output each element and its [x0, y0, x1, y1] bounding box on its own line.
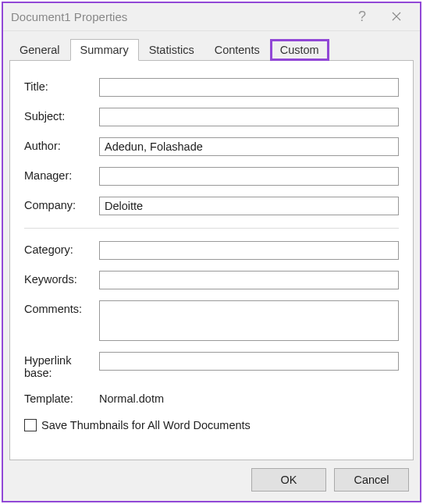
template-value: Normal.dotm: [99, 390, 164, 405]
content-area: General Summary Statistics Contents Cust…: [3, 31, 420, 501]
author-row: Author:: [24, 137, 399, 156]
hyperlink-row: Hyperlink base:: [24, 352, 399, 379]
author-input[interactable]: [99, 137, 399, 156]
subject-input[interactable]: [99, 108, 399, 126]
cancel-button[interactable]: Cancel: [334, 468, 409, 492]
button-bar: OK Cancel: [9, 460, 414, 495]
title-input[interactable]: [99, 78, 399, 97]
company-row: Company:: [24, 197, 399, 215]
save-thumbnails-label: Save Thumbnails for All Word Documents: [41, 419, 251, 431]
hyperlink-label: Hyperlink base:: [24, 352, 99, 379]
properties-dialog: Document1 Properties ? General Summary S…: [2, 2, 421, 502]
close-button[interactable]: [379, 5, 414, 30]
help-icon: ?: [358, 9, 366, 25]
summary-panel: Title: Subject: Author: Manager: Company…: [9, 60, 414, 460]
category-row: Category:: [24, 241, 399, 260]
save-thumbnails-row: Save Thumbnails for All Word Documents: [24, 419, 399, 431]
title-label: Title:: [24, 78, 99, 93]
category-input[interactable]: [99, 241, 399, 260]
manager-label: Manager:: [24, 167, 99, 182]
subject-row: Subject:: [24, 108, 399, 126]
close-icon: [392, 10, 401, 24]
title-row: Title:: [24, 78, 399, 97]
hyperlink-input[interactable]: [99, 352, 399, 371]
template-row: Template: Normal.dotm: [24, 390, 399, 405]
comments-input[interactable]: [99, 300, 399, 341]
keywords-row: Keywords:: [24, 271, 399, 289]
keywords-input[interactable]: [99, 271, 399, 289]
template-label: Template:: [24, 390, 99, 405]
tab-contents[interactable]: Contents: [204, 39, 270, 60]
help-button[interactable]: ?: [345, 5, 379, 30]
tab-general[interactable]: General: [9, 39, 70, 60]
subject-label: Subject:: [24, 108, 99, 122]
manager-input[interactable]: [99, 167, 399, 186]
tab-summary[interactable]: Summary: [70, 39, 139, 61]
keywords-label: Keywords:: [24, 271, 99, 286]
comments-label: Comments:: [24, 300, 99, 315]
tabs-row: General Summary Statistics Contents Cust…: [9, 39, 414, 60]
author-label: Author:: [24, 137, 99, 152]
company-input[interactable]: [99, 197, 399, 215]
window-title: Document1 Properties: [11, 10, 345, 23]
divider: [24, 228, 399, 229]
save-thumbnails-checkbox[interactable]: [24, 419, 37, 431]
company-label: Company:: [24, 197, 99, 211]
titlebar: Document1 Properties ?: [3, 3, 420, 31]
tab-statistics[interactable]: Statistics: [139, 39, 204, 60]
category-label: Category:: [24, 241, 99, 256]
ok-button[interactable]: OK: [251, 468, 326, 492]
tab-custom[interactable]: Custom: [270, 39, 329, 61]
manager-row: Manager:: [24, 167, 399, 186]
comments-row: Comments:: [24, 300, 399, 341]
